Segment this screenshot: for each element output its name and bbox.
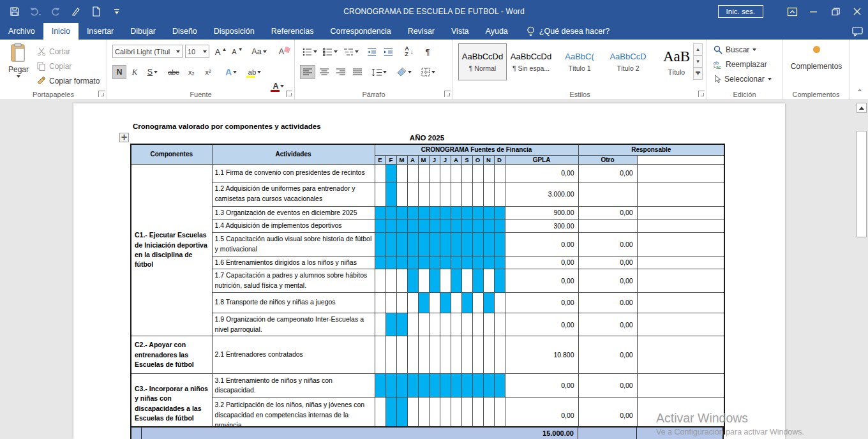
month-cell[interactable] xyxy=(472,256,483,269)
gpla-cell[interactable]: 0,00 xyxy=(505,269,578,293)
tab-disposición[interactable]: Disposición xyxy=(206,23,263,40)
buscar-button[interactable]: Buscar xyxy=(714,45,756,54)
month-cell[interactable] xyxy=(429,182,440,206)
responsable-subheader-empty[interactable] xyxy=(637,155,724,164)
month-cell[interactable] xyxy=(375,233,385,257)
paste-button[interactable]: Pegar xyxy=(5,43,32,78)
responsable-cell[interactable] xyxy=(637,256,724,269)
align-right-button[interactable] xyxy=(333,65,348,79)
month-cell[interactable] xyxy=(385,336,396,374)
month-cell[interactable] xyxy=(440,220,451,233)
month-cell[interactable] xyxy=(385,374,396,398)
month-cell[interactable] xyxy=(451,269,461,293)
month-header[interactable]: A xyxy=(407,155,418,164)
month-cell[interactable] xyxy=(375,220,385,233)
month-cell[interactable] xyxy=(418,206,429,220)
month-cell[interactable] xyxy=(483,336,494,374)
month-cell[interactable] xyxy=(451,182,461,206)
month-cell[interactable] xyxy=(429,269,440,293)
header-otro[interactable]: Otro xyxy=(578,155,637,164)
month-cell[interactable] xyxy=(418,256,429,269)
new-document-icon[interactable] xyxy=(91,6,102,17)
month-cell[interactable] xyxy=(451,206,461,220)
sign-in-button[interactable]: Inic. ses. xyxy=(718,5,763,18)
style-card--sin-espa-[interactable]: AaBbCcDd¶ Sin espa... xyxy=(507,43,555,80)
activity-cell[interactable]: 1.1 Firma de convenio con presidentes de… xyxy=(212,164,375,182)
header-componentes[interactable]: Componentes xyxy=(131,144,212,164)
activity-cell[interactable]: 1.2 Adquisición de uniformes para entren… xyxy=(212,182,375,206)
month-cell[interactable] xyxy=(429,233,440,257)
shading-button[interactable] xyxy=(393,65,415,79)
month-cell[interactable] xyxy=(483,233,494,257)
sort-button[interactable]: AZ↓ xyxy=(401,45,417,59)
month-cell[interactable] xyxy=(494,220,505,233)
month-cell[interactable] xyxy=(385,292,396,313)
copy-button[interactable]: Copiar xyxy=(37,62,71,71)
month-header[interactable]: D xyxy=(494,155,505,164)
gpla-cell[interactable]: 900.00 xyxy=(505,206,578,220)
activity-cell[interactable]: 1.7 Capacitación a padres y alumnos sobr… xyxy=(212,269,375,293)
month-cell[interactable] xyxy=(483,164,494,182)
month-cell[interactable] xyxy=(375,206,385,220)
month-header[interactable]: F xyxy=(385,155,396,164)
month-cell[interactable] xyxy=(440,336,451,374)
tab-ayuda[interactable]: Ayuda xyxy=(477,23,516,40)
responsable-cell[interactable] xyxy=(637,206,724,220)
month-cell[interactable] xyxy=(472,206,483,220)
month-cell[interactable] xyxy=(494,336,505,374)
month-cell[interactable] xyxy=(407,220,418,233)
month-cell[interactable] xyxy=(396,182,407,206)
borders-button[interactable] xyxy=(417,65,439,79)
otro-cell[interactable] xyxy=(578,220,637,233)
month-cell[interactable] xyxy=(483,206,494,220)
month-cell[interactable] xyxy=(483,269,494,293)
header-cronograma[interactable]: CRONOGRAMA Fuentes de Financia xyxy=(375,144,578,155)
tab-vista[interactable]: Vista xyxy=(443,23,477,40)
month-cell[interactable] xyxy=(451,256,461,269)
month-cell[interactable] xyxy=(461,182,472,206)
month-cell[interactable] xyxy=(418,233,429,257)
addins-button[interactable]: Complementos xyxy=(788,46,845,71)
gpla-cell[interactable]: 0,00 xyxy=(505,292,578,313)
month-cell[interactable] xyxy=(385,256,396,269)
schedule-table[interactable]: ComponentesActividadesCRONOGRAMA Fuentes… xyxy=(130,144,725,435)
month-cell[interactable] xyxy=(483,256,494,269)
responsable-cell[interactable] xyxy=(637,336,724,374)
responsable-cell[interactable] xyxy=(637,292,724,313)
month-cell[interactable] xyxy=(418,336,429,374)
month-cell[interactable] xyxy=(375,292,385,313)
month-cell[interactable] xyxy=(385,164,396,182)
month-cell[interactable] xyxy=(494,164,505,182)
show-paragraph-marks-button[interactable]: ¶ xyxy=(420,45,435,59)
header-gpla[interactable]: GPLA xyxy=(505,155,578,164)
grow-font-button[interactable]: A▲ xyxy=(213,45,228,59)
month-cell[interactable] xyxy=(429,164,440,182)
month-cell[interactable] xyxy=(440,164,451,182)
gpla-cell[interactable]: 10.800 xyxy=(505,336,578,374)
month-cell[interactable] xyxy=(451,164,461,182)
gpla-cell[interactable]: 0,00 xyxy=(505,374,578,398)
month-cell[interactable] xyxy=(396,374,407,398)
month-cell[interactable] xyxy=(494,256,505,269)
customize-qat-icon[interactable] xyxy=(111,6,123,17)
month-cell[interactable] xyxy=(429,206,440,220)
underline-button[interactable]: S xyxy=(143,65,162,79)
month-cell[interactable] xyxy=(461,206,472,220)
month-cell[interactable] xyxy=(407,336,418,374)
scrollbar-thumb[interactable] xyxy=(857,131,867,237)
month-cell[interactable] xyxy=(440,269,451,293)
bold-button[interactable]: N xyxy=(112,65,126,79)
seleccionar-button[interactable]: Seleccionar xyxy=(714,75,772,84)
styles-scroll-down-icon[interactable]: ▼ xyxy=(693,56,703,68)
month-cell[interactable] xyxy=(385,220,396,233)
month-cell[interactable] xyxy=(418,269,429,293)
month-cell[interactable] xyxy=(429,292,440,313)
month-cell[interactable] xyxy=(494,206,505,220)
otro-cell[interactable]: 0,00 xyxy=(578,164,637,182)
activity-cell[interactable]: 1.3 Organización de eventos en diciembre… xyxy=(212,206,375,220)
month-header[interactable]: S xyxy=(461,155,472,164)
gpla-cell[interactable]: 0,00 xyxy=(505,313,578,336)
month-cell[interactable] xyxy=(472,220,483,233)
month-cell[interactable] xyxy=(461,336,472,374)
month-cell[interactable] xyxy=(407,269,418,293)
